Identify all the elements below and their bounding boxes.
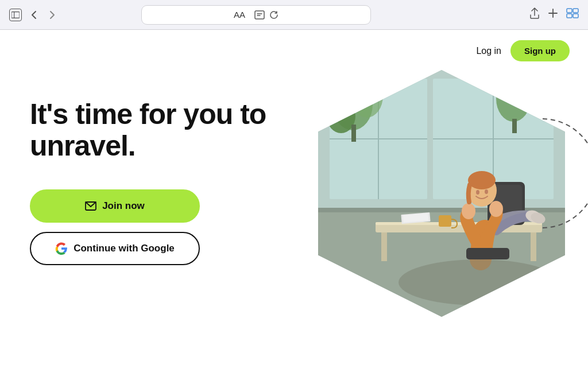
svg-rect-45 bbox=[466, 248, 509, 259]
refresh-icon[interactable] bbox=[269, 10, 278, 20]
svg-rect-0 bbox=[11, 11, 20, 18]
signup-button[interactable]: Sign up bbox=[510, 40, 570, 61]
svg-rect-34 bbox=[439, 215, 451, 227]
svg-point-21 bbox=[327, 99, 355, 133]
svg-rect-2 bbox=[255, 11, 264, 19]
forward-icon[interactable] bbox=[46, 9, 59, 21]
hero-content: It's time for you to unravel. Join now C… bbox=[30, 99, 266, 265]
address-bar-text: AA bbox=[234, 10, 245, 20]
svg-point-46 bbox=[399, 259, 559, 305]
google-signin-button[interactable]: Continue with Google bbox=[30, 232, 200, 265]
svg-rect-6 bbox=[573, 9, 578, 13]
svg-rect-8 bbox=[573, 14, 578, 18]
back-icon[interactable] bbox=[28, 9, 40, 21]
svg-point-24 bbox=[510, 73, 539, 111]
tabs-icon[interactable] bbox=[566, 8, 579, 21]
browser-chrome: AA bbox=[0, 0, 588, 30]
hero-image-area bbox=[301, 64, 588, 346]
share-icon[interactable] bbox=[529, 7, 540, 22]
svg-point-39 bbox=[462, 203, 475, 219]
svg-point-43 bbox=[476, 190, 479, 195]
download-icon bbox=[254, 10, 265, 20]
envelope-icon bbox=[85, 201, 96, 211]
address-bar[interactable]: AA bbox=[141, 5, 371, 25]
svg-rect-7 bbox=[567, 14, 572, 18]
login-button[interactable]: Log in bbox=[476, 46, 501, 56]
svg-rect-5 bbox=[567, 9, 572, 13]
join-now-button[interactable]: Join now bbox=[30, 189, 200, 223]
sidebar-icon[interactable] bbox=[9, 9, 22, 21]
browser-left-controls bbox=[9, 9, 59, 21]
browser-right-controls bbox=[529, 7, 579, 22]
google-icon bbox=[55, 242, 68, 255]
page: Log in Sign up It's time for you to unra… bbox=[0, 30, 588, 392]
dashed-circle-decoration bbox=[485, 110, 588, 236]
svg-rect-30 bbox=[381, 232, 387, 261]
nav-bar: Log in Sign up bbox=[458, 30, 588, 72]
svg-rect-22 bbox=[351, 125, 356, 142]
svg-rect-31 bbox=[531, 232, 536, 261]
svg-point-10 bbox=[488, 119, 588, 228]
svg-point-20 bbox=[351, 74, 383, 118]
hero-heading: It's time for you to unravel. bbox=[30, 99, 266, 162]
address-bar-icons bbox=[254, 10, 278, 20]
new-tab-icon[interactable] bbox=[548, 8, 558, 21]
